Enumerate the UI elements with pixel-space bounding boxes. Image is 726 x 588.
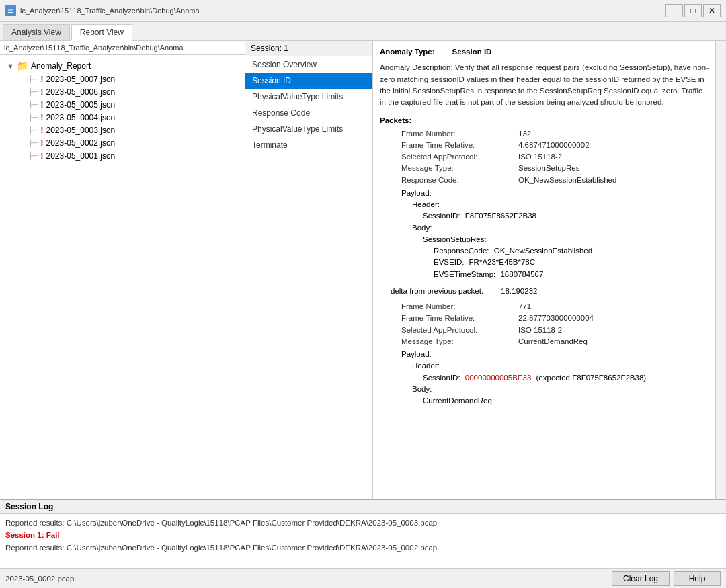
status-bar: 2023-05_0002.pcap Clear Log Help	[0, 568, 726, 588]
session-item-response_code[interactable]: Response Code	[245, 105, 372, 121]
p1-payload-label: Payload:	[391, 187, 709, 199]
anomaly-description: Anomaly Description: Verify that all res…	[380, 62, 709, 108]
right-scrollbar[interactable]	[715, 41, 726, 499]
packet2: Frame Number: 771 Frame Time Relative: 2…	[380, 301, 709, 407]
tree-item[interactable]: ├─ ! 2023-05_0006.json	[4, 85, 241, 98]
p2-payload-label: Payload:	[391, 349, 709, 360]
tree-item[interactable]: ├─ ! 2023-05_0005.json	[4, 98, 241, 111]
session-header: Session: 1	[245, 41, 372, 56]
tree-folder-root[interactable]: ▼ 📁 Anomaly_Report	[4, 59, 241, 73]
p2-frame-time: Frame Time Relative: 22.877703000000004	[391, 312, 709, 324]
tab-bar: Analysis View Report View	[0, 22, 726, 41]
p1-message-type: Message Type: SessionSetupRes	[391, 163, 709, 174]
file-tree: ▼ 📁 Anomaly_Report ├─ ! 2023-05_0007.jso…	[0, 55, 245, 499]
p1-app-protocol: Selected AppProtocol: ISO 15118-2	[391, 151, 709, 163]
session-item-physical1[interactable]: PhysicalValueType Limits	[245, 89, 372, 105]
window-controls: ─ □ ✕	[666, 4, 721, 17]
title-bar-left: ic_Analyzer\15118_Traffic_Analyzer\bin\D…	[5, 5, 200, 16]
right-panel: Anomaly Type: Session ID Anomaly Descrip…	[373, 41, 715, 499]
error-icon: !	[40, 125, 43, 135]
packets-label: Packets:	[380, 115, 709, 126]
tree-item[interactable]: ├─ ! 2023-05_0003.json	[4, 124, 241, 136]
log-fail-line: Session 1: Fail	[5, 529, 721, 541]
p1-session-setup-res: SessionSetupRes:	[391, 234, 709, 245]
tree-item[interactable]: ├─ ! 2023-05_0002.json	[4, 136, 241, 149]
error-icon: !	[40, 138, 43, 148]
anomaly-type-row: Anomaly Type: Session ID	[380, 46, 709, 58]
tree-item[interactable]: ├─ ! 2023-05_0004.json	[4, 111, 241, 124]
session-item-terminate[interactable]: Terminate	[245, 137, 372, 153]
session-item-overview[interactable]: Session Overview	[245, 56, 372, 73]
p1-response-code2-row: ResponseCode: OK_NewSessionEstablished	[391, 245, 709, 257]
error-icon: !	[40, 74, 43, 84]
session-item-physical2[interactable]: PhysicalValueType Limits	[245, 121, 372, 137]
p1-header-label: Header:	[391, 199, 709, 210]
tree-root-label: Anomaly_Report	[31, 61, 91, 71]
minimize-button[interactable]: ─	[666, 4, 683, 17]
p2-current-demand-req: CurrentDemandReq:	[391, 395, 709, 407]
svg-rect-2	[8, 10, 13, 11]
svg-rect-3	[8, 12, 13, 13]
session-log-content: Reported results: C:\Users\jzuber\OneDri…	[0, 514, 726, 568]
error-icon: !	[40, 112, 43, 122]
main-content: ic_Analyzer\15118_Traffic_Analyzer\bin\D…	[0, 41, 726, 499]
help-button[interactable]: Help	[674, 571, 721, 586]
p1-evse-timestamp-row: EVSETimeStamp: 1680784567	[391, 269, 709, 280]
tree-item[interactable]: ├─ ! 2023-05_0001.json	[4, 149, 241, 162]
session-item-session_id[interactable]: Session ID	[245, 73, 372, 89]
close-button[interactable]: ✕	[703, 4, 721, 17]
error-icon: !	[40, 151, 43, 161]
p2-session-id-expected: (expected F8F075F8652F2B38)	[536, 374, 647, 382]
tree-root: ▼ 📁 Anomaly_Report ├─ ! 2023-05_0007.jso…	[0, 58, 245, 163]
clear-log-button[interactable]: Clear Log	[612, 571, 670, 586]
error-icon: !	[40, 87, 43, 97]
session-list: Session OverviewSession IDPhysicalValueT…	[245, 56, 372, 499]
delta-row: delta from previous packet: 18.190232	[391, 286, 709, 297]
tree-items-container: ├─ ! 2023-05_0007.json ├─ ! 2023-05_0006…	[4, 73, 241, 162]
session-log-title: Session Log	[0, 500, 726, 514]
p1-body-label: Body:	[391, 222, 709, 234]
left-panel: ic_Analyzer\15118_Traffic_Analyzer\bin\D…	[0, 41, 245, 499]
anomaly-type-label: Anomaly Type:	[380, 46, 435, 58]
p2-app-protocol: Selected AppProtocol: ISO 15118-2	[391, 325, 709, 336]
packet1: Frame Number: 132 Frame Time Relative: 4…	[380, 128, 709, 280]
title-bar: ic_Analyzer\15118_Traffic_Analyzer\bin\D…	[0, 0, 726, 22]
session-log-section: Session Log Reported results: C:\Users\j…	[0, 499, 726, 568]
error-icon: !	[40, 99, 43, 110]
tab-report[interactable]: Report View	[71, 24, 132, 41]
title-text: ic_Analyzer\15118_Traffic_Analyzer\bin\D…	[20, 7, 200, 15]
p1-evse-id-row: EVSEID: FR*A23*E45B*78C	[391, 257, 709, 268]
p1-session-id-row: SessionID: F8F075F8652F2B38	[391, 210, 709, 222]
p2-body-label: Body:	[391, 384, 709, 395]
folder-icon: 📁	[17, 60, 28, 71]
p1-frame-time: Frame Time Relative: 4.687471000000002	[391, 140, 709, 151]
p1-response-code: Response Code: OK_NewSessionEstablished	[391, 175, 709, 186]
tree-item[interactable]: ├─ ! 2023-05_0007.json	[4, 73, 241, 85]
status-file: 2023-05_0002.pcap	[5, 575, 74, 583]
middle-panel: Session: 1 Session OverviewSession IDPhy…	[245, 41, 373, 499]
app-icon	[5, 5, 16, 16]
p2-header-label: Header:	[391, 360, 709, 372]
p2-frame-number: Frame Number: 771	[391, 301, 709, 312]
p2-session-id-row: SessionID: 00000000005BE33 (expected F8F…	[391, 372, 709, 384]
p1-frame-number: Frame Number: 132	[391, 128, 709, 140]
status-buttons: Clear Log Help	[612, 571, 721, 586]
log-line: Reported results: C:\Users\jzuber\OneDri…	[5, 517, 721, 529]
path-bar: ic_Analyzer\15118_Traffic_Analyzer\bin\D…	[0, 41, 245, 55]
anomaly-type-value: Session ID	[452, 46, 492, 58]
tab-analysis[interactable]: Analysis View	[3, 24, 70, 40]
maximize-button[interactable]: □	[684, 4, 702, 17]
p2-session-id-red: 00000000005BE33	[465, 374, 532, 382]
log-line: Reported results: C:\Users\jzuber\OneDri…	[5, 542, 721, 554]
svg-rect-1	[8, 9, 13, 10]
p2-message-type: Message Type: CurrentDemandReq	[391, 336, 709, 347]
